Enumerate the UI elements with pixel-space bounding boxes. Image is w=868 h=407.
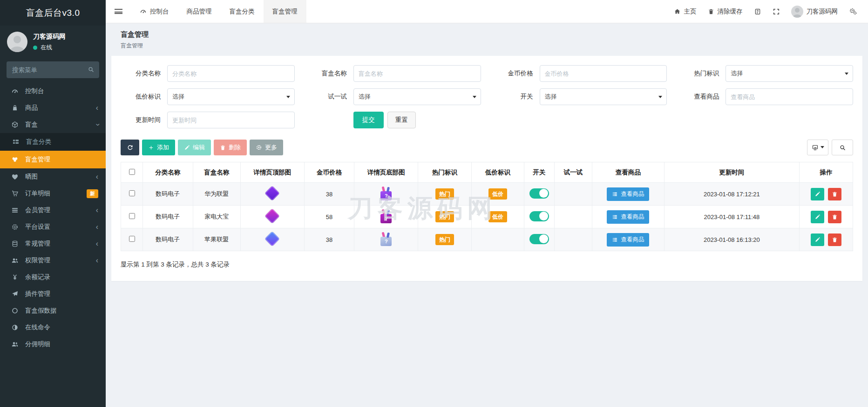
more-button[interactable]: 更多 (250, 140, 283, 155)
sidebar-item-blindbox-manage[interactable]: 盲盒管理 (0, 151, 106, 168)
filter-label-switch: 开关 (493, 93, 540, 101)
select-all-checkbox[interactable] (129, 169, 135, 175)
sidebar-menu: 控制台 商品 ‹ 盲盒 ‹ 盲盒分类 盲盒管理 晒图 ‹ 订单明细 新 (0, 83, 106, 353)
cell-price: 38 (304, 228, 354, 251)
settings-gears-icon[interactable] (849, 7, 857, 15)
row-edit-button[interactable] (811, 188, 824, 200)
row-edit-button[interactable] (811, 211, 824, 223)
caret-down-icon (658, 96, 662, 100)
gear-icon (10, 223, 20, 231)
search-icon[interactable] (88, 66, 95, 73)
hot-badge: 热门 (435, 234, 454, 245)
tab-blindbox-manage[interactable]: 盲盒管理 (264, 0, 306, 23)
tab-dashboard[interactable]: 控制台 (131, 0, 178, 23)
cell-category: 数码电子 (143, 228, 193, 251)
switch-toggle[interactable] (529, 211, 549, 221)
sidebar-item-balance[interactable]: 余额记录 (0, 269, 106, 286)
fullscreen-icon[interactable] (773, 8, 780, 15)
add-button[interactable]: 添加 (142, 140, 175, 155)
switch-toggle[interactable] (529, 188, 549, 199)
delete-button[interactable]: 删除 (214, 140, 247, 155)
export-button[interactable] (807, 140, 828, 155)
sidebar-item-online-command[interactable]: 在线命令 (0, 319, 106, 336)
heart-icon (10, 173, 20, 180)
reset-button[interactable]: 重置 (387, 112, 416, 128)
refresh-button[interactable] (121, 140, 139, 155)
col-top-image: 详情页顶部图 (240, 162, 304, 183)
cell-box-name: 苹果联盟 (193, 228, 240, 251)
filter-form: 分类名称 盲盒名称 金币价格 热门标识 选择 低价标识 (121, 65, 853, 128)
try-select[interactable]: 选择 (353, 88, 481, 105)
chevron-left-icon: ‹ (96, 223, 98, 231)
cell-category: 数码电子 (143, 183, 193, 206)
hamburger-icon[interactable] (106, 0, 131, 23)
cell-updated: 2023-01-08 16:13:20 (664, 228, 799, 251)
sidebar-item-dashboard[interactable]: 控制台 (0, 83, 106, 100)
sidebar-item-label: 余额记录 (25, 273, 50, 281)
tab-goods-manage[interactable]: 商品管理 (178, 0, 221, 23)
col-box-name: 盲盒名称 (193, 162, 240, 183)
view-goods-button[interactable]: 查看商品 (607, 187, 649, 201)
home-link[interactable]: 主页 (674, 7, 697, 16)
top-image[interactable] (265, 208, 280, 224)
switch-select[interactable]: 选择 (540, 88, 667, 105)
sidebar-item-plugins[interactable]: 插件管理 (0, 286, 106, 302)
sidebar-item-photos[interactable]: 晒图 ‹ (0, 168, 106, 185)
row-delete-button[interactable] (828, 234, 841, 246)
low-price-select[interactable]: 选择 (167, 88, 295, 105)
box-name-input[interactable] (353, 65, 481, 82)
bottom-image[interactable] (380, 187, 392, 200)
add-label: 添加 (157, 143, 169, 152)
edit-button[interactable]: 编辑 (178, 140, 211, 155)
switch-toggle[interactable] (529, 234, 549, 244)
content-card: 分类名称 盲盒名称 金币价格 热门标识 选择 低价标识 (111, 56, 862, 281)
category-name-input[interactable] (167, 65, 295, 82)
sidebar-search-input[interactable] (7, 61, 99, 78)
sidebar-item-orders[interactable]: 订单明细 新 (0, 185, 106, 202)
update-time-input[interactable] (167, 112, 295, 128)
top-image[interactable] (265, 231, 280, 247)
bottom-image[interactable] (380, 209, 392, 223)
trash-icon (708, 8, 714, 15)
coin-price-input[interactable] (540, 65, 667, 82)
col-price: 金币价格 (304, 162, 354, 183)
sidebar-item-blindbox-category[interactable]: 盲盒分类 (0, 133, 106, 151)
navbar-right: 主页 清除缓存 刀客源码网 (674, 0, 868, 23)
top-image[interactable] (265, 186, 280, 201)
sidebar-item-members[interactable]: 会员管理 ‹ (0, 202, 106, 219)
navbar-username: 刀客源码网 (807, 7, 838, 16)
col-updated: 更新时间 (664, 162, 799, 183)
docs-icon[interactable] (754, 8, 761, 15)
row-checkbox[interactable] (129, 213, 135, 219)
sidebar-item-general-manage[interactable]: 常规管理 ‹ (0, 235, 106, 252)
row-edit-button[interactable] (811, 234, 824, 246)
cell-low-empty (472, 228, 524, 251)
bottom-image[interactable] (380, 232, 392, 246)
avatar (791, 6, 803, 18)
col-category: 分类名称 (143, 162, 193, 183)
row-delete-button[interactable] (828, 188, 841, 200)
row-delete-button[interactable] (828, 211, 841, 223)
submit-button[interactable]: 提交 (353, 112, 384, 128)
sidebar-item-permissions[interactable]: 权限管理 ‹ (0, 252, 106, 269)
hot-flag-select[interactable]: 选择 (726, 65, 853, 82)
boxes-icon (10, 156, 20, 163)
sidebar-item-fake-data[interactable]: 盲盒假数据 (0, 302, 106, 319)
view-goods-button[interactable]: 查看商品 (607, 233, 649, 247)
view-goods-input[interactable] (726, 88, 853, 105)
sidebar-item-commission[interactable]: 分佣明细 (0, 336, 106, 353)
tab-blindbox-category[interactable]: 盲盒分类 (221, 0, 264, 23)
sidebar-item-goods[interactable]: 商品 ‹ (0, 100, 106, 116)
sidebar-item-platform-settings[interactable]: 平台设置 ‹ (0, 219, 106, 235)
user-menu[interactable]: 刀客源码网 (791, 6, 838, 18)
more-label: 更多 (265, 143, 277, 152)
row-checkbox[interactable] (129, 236, 135, 242)
view-goods-button[interactable]: 查看商品 (607, 210, 649, 224)
cell-category: 数码电子 (143, 206, 193, 228)
row-checkbox[interactable] (129, 190, 135, 196)
page-header: 盲盒管理 盲盒管理 (106, 23, 868, 56)
gauge-icon (10, 87, 20, 95)
clear-cache-link[interactable]: 清除缓存 (708, 7, 743, 16)
search-toggle-button[interactable] (832, 140, 853, 155)
sidebar-item-blindbox[interactable]: 盲盒 ‹ (0, 116, 106, 133)
